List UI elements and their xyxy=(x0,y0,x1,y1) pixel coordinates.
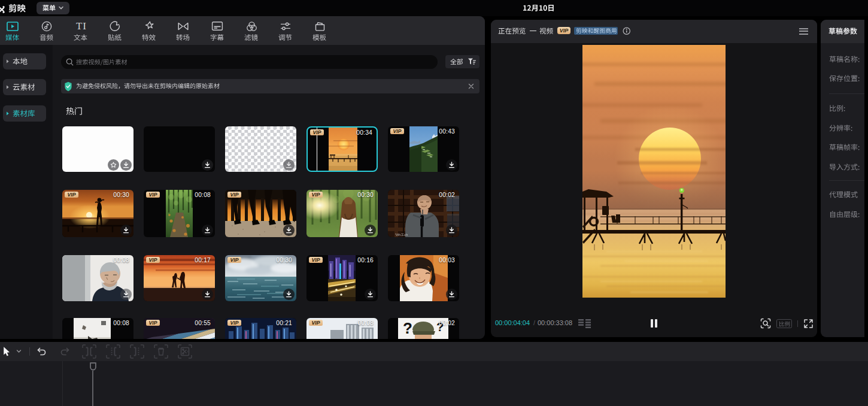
svg-text:VIP: VIP xyxy=(313,129,321,135)
svg-text:VIP: VIP xyxy=(230,257,239,263)
svg-text:'Wh工oh: 'Wh工oh xyxy=(395,233,408,237)
svg-text:VIP: VIP xyxy=(230,320,239,326)
svg-text:?: ? xyxy=(403,319,412,337)
svg-text:VIP: VIP xyxy=(149,320,157,326)
svg-text:VIP: VIP xyxy=(393,128,402,134)
svg-text:VIP: VIP xyxy=(230,192,239,198)
svg-text:VIP: VIP xyxy=(312,257,320,263)
svg-text:VIP: VIP xyxy=(560,28,569,34)
svg-text:VIP: VIP xyxy=(312,320,320,326)
svg-text:VIP: VIP xyxy=(149,257,157,263)
svg-text:VIP: VIP xyxy=(312,192,320,198)
svg-text:VIP: VIP xyxy=(68,192,76,198)
svg-text:VIP: VIP xyxy=(149,192,157,198)
